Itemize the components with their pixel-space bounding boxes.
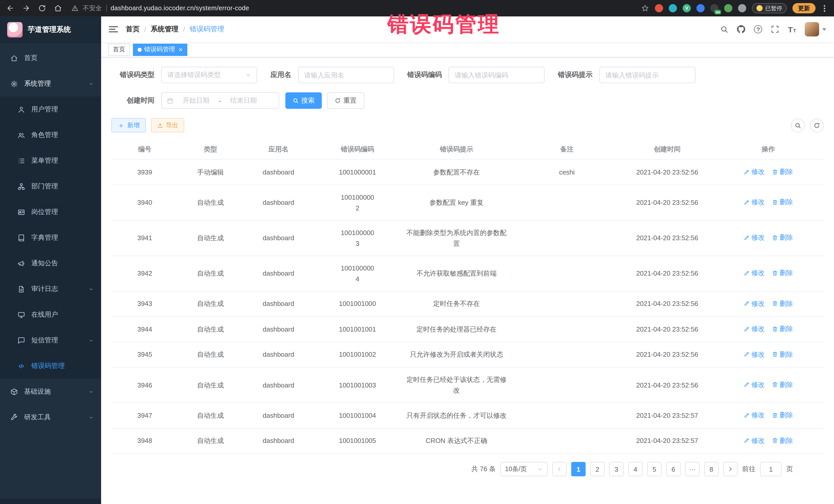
fullscreen-icon[interactable] [771, 25, 780, 34]
cell-created: 2021-04-20 23:52:56 [621, 367, 713, 403]
page-size-select[interactable]: 10条/页 [500, 462, 548, 476]
date-range-picker[interactable]: 开始日期 - 结束日期 [161, 92, 279, 109]
forward-icon[interactable] [22, 4, 30, 12]
sidebar-menu: 首页系统管理用户管理角色管理菜单管理部门管理岗位管理字典管理通知公告审计日志在线… [0, 43, 101, 499]
help-icon[interactable]: ? [754, 25, 762, 34]
reset-button[interactable]: 重置 [327, 92, 365, 109]
page-button-6[interactable]: 6 [666, 462, 681, 476]
extension-pin-icon[interactable] [738, 4, 746, 12]
edit-link[interactable]: 修改 [744, 166, 765, 177]
next-page-button[interactable] [723, 462, 738, 476]
cell-created: 2021-04-20 23:52:56 [621, 316, 713, 342]
cell-remark [512, 316, 621, 342]
app-name-input[interactable] [298, 67, 394, 83]
font-size-icon[interactable]: TT [788, 25, 796, 34]
goto-page-input[interactable] [760, 462, 782, 476]
refresh-table-button[interactable] [810, 118, 824, 132]
delete-link[interactable]: 删除 [772, 435, 793, 446]
delete-link[interactable]: 删除 [772, 268, 793, 279]
sidebar-item-menu-management[interactable]: 菜单管理 [0, 148, 101, 174]
add-button[interactable]: ＋ 新增 [111, 118, 146, 132]
page-button-1[interactable]: 1 [571, 462, 586, 476]
table-row: 3942自动生成dashboard1001000004不允许获取敏感配置到前端2… [111, 256, 824, 291]
edit-link[interactable]: 修改 [744, 379, 765, 390]
delete-link[interactable]: 删除 [772, 410, 793, 420]
cell-message: 不能删除类型为系统内置的参数配置 [401, 220, 512, 256]
hamburger-icon[interactable] [109, 26, 118, 32]
delete-link[interactable]: 删除 [772, 298, 793, 309]
page-button-2[interactable]: 2 [590, 462, 605, 476]
sidebar-item-dev-tools[interactable]: 研发工具 [0, 404, 101, 430]
breadcrumb-item[interactable]: 首页 [126, 25, 139, 34]
more-pages-button[interactable]: ··· [685, 462, 700, 476]
tab-home[interactable]: 首页 [108, 43, 130, 56]
delete-link[interactable]: 删除 [772, 232, 793, 243]
sidebar-item-infrastructure[interactable]: 基础设施 [0, 379, 101, 404]
paused-chip-label: 已暂停 [765, 4, 782, 12]
tab-error-code[interactable]: 错误码管理× [133, 43, 187, 56]
delete-link[interactable]: 删除 [772, 166, 793, 177]
edit-link[interactable]: 修改 [744, 410, 765, 420]
edit-link[interactable]: 修改 [744, 349, 765, 359]
update-button[interactable]: 更新 [792, 3, 815, 13]
delete-link[interactable]: 删除 [772, 323, 793, 334]
error-type-select[interactable]: 请选择错误码类型 [161, 67, 257, 83]
search-icon[interactable] [720, 25, 728, 34]
page-button-5[interactable]: 5 [647, 462, 662, 476]
prev-page-button[interactable] [552, 462, 567, 476]
extension-dark-icon[interactable]: on [710, 4, 719, 12]
breadcrumb-item[interactable]: 系统管理 [151, 25, 179, 34]
extension-teal-icon[interactable] [669, 4, 677, 12]
page-button-8[interactable]: 8 [704, 462, 719, 476]
delete-icon [772, 235, 778, 241]
kebab-menu-icon[interactable] [821, 4, 828, 13]
sidebar-item-role-management[interactable]: 角色管理 [0, 122, 101, 148]
edit-link[interactable]: 修改 [744, 197, 765, 207]
browser-home-icon[interactable] [54, 4, 62, 12]
edit-link[interactable]: 修改 [744, 298, 765, 309]
edit-link[interactable]: 修改 [744, 268, 765, 279]
sidebar-item-dept-management[interactable]: 部门管理 [0, 174, 101, 199]
cell-code: 1001001004 [314, 403, 401, 428]
chevron-down-icon [245, 72, 251, 78]
edit-link[interactable]: 修改 [744, 435, 765, 446]
column-header: 编号 [111, 139, 178, 159]
search-button[interactable]: 搜索 [285, 92, 322, 109]
logo[interactable]: 芋道管理系统 [0, 17, 101, 43]
page-button-3[interactable]: 3 [609, 462, 623, 476]
error-code-input[interactable] [448, 67, 545, 83]
sidebar-item-notice[interactable]: 通知公告 [0, 250, 101, 276]
export-button[interactable]: 导出 [151, 118, 184, 132]
chevron-down-icon [88, 286, 94, 292]
github-icon[interactable] [737, 25, 745, 34]
reload-icon[interactable] [38, 4, 46, 12]
extension-red-icon[interactable] [655, 4, 663, 12]
extension-vue-devtools-icon[interactable]: V [683, 4, 691, 12]
back-icon[interactable] [6, 4, 14, 12]
error-message-input[interactable] [599, 67, 695, 83]
extension-grid-icon[interactable] [697, 4, 705, 12]
close-icon[interactable]: × [179, 46, 182, 53]
user-avatar[interactable] [805, 22, 826, 37]
page-button-4[interactable]: 4 [628, 462, 642, 476]
sidebar-item-online-users[interactable]: 在线用户 [0, 302, 101, 327]
sidebar-item-system-management[interactable]: 系统管理 [0, 71, 101, 96]
sidebar-item-sms-management[interactable]: 短信管理 [0, 327, 101, 353]
delete-link[interactable]: 删除 [772, 349, 793, 359]
extension-green-icon[interactable] [724, 4, 732, 12]
address-bar[interactable]: 不安全 dashboard.yudao.iocoder.cn/system/er… [71, 4, 249, 13]
toggle-search-button[interactable] [791, 118, 805, 132]
sidebar-item-audit-log[interactable]: 审计日志 [0, 276, 101, 302]
sidebar-item-post-management[interactable]: 岗位管理 [0, 199, 101, 225]
sidebar-item-home[interactable]: 首页 [0, 45, 101, 71]
sidebar-item-dict-management[interactable]: 字典管理 [0, 225, 101, 250]
date-start-placeholder: 开始日期 [177, 96, 216, 105]
sidebar-item-user-management[interactable]: 用户管理 [0, 96, 101, 122]
sidebar-item-error-code-management[interactable]: 错误码管理 [0, 353, 101, 379]
delete-link[interactable]: 删除 [772, 197, 793, 207]
edit-link[interactable]: 修改 [744, 232, 765, 243]
delete-link[interactable]: 删除 [772, 379, 793, 390]
bookmark-star-icon[interactable] [641, 4, 649, 12]
paused-chip[interactable]: 已暂停 [752, 3, 787, 13]
edit-link[interactable]: 修改 [744, 323, 765, 334]
